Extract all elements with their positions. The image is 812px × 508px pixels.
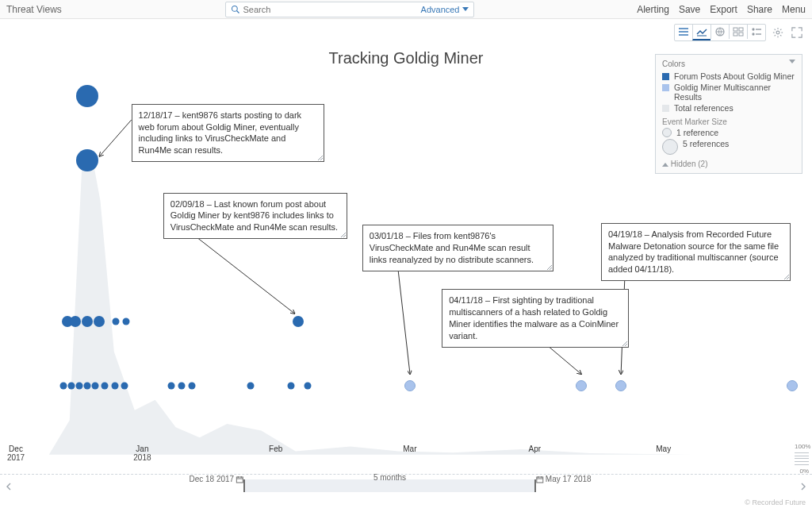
search-input[interactable] (240, 5, 421, 14)
svg-rect-43 (537, 477, 543, 483)
view-details[interactable] (747, 25, 765, 39)
resize-icon[interactable] (339, 231, 346, 237)
search-box[interactable]: Advanced (225, 2, 474, 17)
svg-rect-7 (733, 28, 737, 31)
view-table[interactable] (729, 25, 747, 39)
chart-x-axis: Dec2017Jan2018FebMarAprMay (16, 444, 796, 467)
search-wrap: Advanced (62, 2, 637, 17)
svg-point-11 (753, 29, 754, 30)
svg-point-15 (776, 31, 779, 34)
svg-line-31 (341, 233, 346, 237)
view-list[interactable] (675, 25, 692, 39)
page-title: Threat Views (6, 4, 62, 15)
svg-line-37 (784, 275, 789, 279)
resize-icon[interactable] (783, 273, 789, 279)
brush-end-handle[interactable]: May 17 2018 (536, 475, 592, 483)
top-bar: Threat Views Advanced Alerting Save Expo… (0, 0, 812, 19)
calendar-icon (536, 475, 544, 483)
svg-line-33 (547, 265, 552, 270)
chart-callouts: 12/18/17 – kent9876 starts posting to da… (8, 64, 804, 467)
svg-line-38 (787, 277, 789, 279)
pct-bottom: 0% (795, 468, 809, 475)
gear-icon[interactable] (771, 25, 785, 40)
footer-copyright: © Recorded Future (745, 498, 806, 506)
action-export[interactable]: Export (710, 4, 737, 15)
resize-icon[interactable] (621, 340, 627, 346)
svg-rect-9 (733, 33, 737, 36)
brush-start-label: Dec 18 2017 (189, 475, 234, 483)
view-timeline[interactable] (692, 25, 710, 40)
action-alerting[interactable]: Alerting (637, 4, 669, 15)
chart-callout[interactable]: 04/11/18 – First sighting by traditional… (442, 289, 629, 347)
search-advanced-label: Advanced (421, 5, 460, 14)
svg-line-34 (550, 267, 552, 270)
brush-end-label: May 17 2018 (546, 475, 592, 483)
y-percent-scale: 100% 0% (795, 443, 809, 475)
action-share[interactable]: Share (747, 4, 772, 15)
chart-callout[interactable]: 12/18/17 – kent9876 starts posting to da… (132, 104, 324, 162)
pct-top: 100% (795, 443, 809, 450)
svg-rect-39 (236, 477, 243, 483)
svg-line-32 (343, 235, 346, 237)
svg-line-23 (780, 29, 781, 30)
calendar-icon (236, 475, 243, 483)
svg-line-36 (625, 344, 627, 346)
action-save[interactable]: Save (679, 4, 700, 15)
x-tick: May (656, 444, 671, 453)
svg-line-35 (622, 341, 627, 346)
x-tick: Apr (529, 444, 542, 453)
svg-rect-8 (739, 28, 743, 31)
brush-duration: 5 months (373, 473, 406, 482)
action-menu[interactable]: Menu (782, 4, 806, 15)
chart-canvas[interactable]: 12/18/17 – kent9876 starts posting to da… (0, 64, 812, 467)
resize-icon[interactable] (316, 154, 323, 160)
top-actions: Alerting Save Export Share Menu (637, 4, 806, 15)
svg-rect-10 (739, 33, 743, 36)
svg-point-13 (753, 33, 754, 35)
brush-start-handle[interactable]: Dec 18 2017 (189, 475, 243, 483)
svg-line-22 (775, 35, 776, 36)
view-toolbar (0, 19, 812, 44)
search-icon (231, 5, 240, 14)
chart-callout[interactable]: 02/09/18 – Last known forum post about G… (163, 193, 347, 240)
expand-icon[interactable] (790, 25, 804, 40)
svg-line-20 (775, 29, 776, 30)
resize-icon[interactable] (546, 264, 552, 270)
x-tick: Mar (403, 444, 416, 453)
svg-line-21 (780, 35, 781, 36)
view-map[interactable] (710, 25, 729, 39)
svg-line-30 (320, 158, 323, 160)
chart-callout[interactable]: 03/01/18 – Files from kent9876's VirusCh… (362, 225, 553, 271)
scroll-left-icon[interactable] (3, 481, 14, 492)
svg-line-29 (318, 156, 323, 160)
time-scrubber[interactable]: Dec 18 2017 5 months May 17 2018 100% 0% (0, 474, 812, 497)
view-mode-group (674, 24, 766, 41)
chevron-down-icon (462, 7, 469, 11)
svg-point-0 (232, 6, 237, 11)
chart-callout[interactable]: 04/19/18 – Analysis from Recorded Future… (601, 223, 791, 281)
search-advanced-toggle[interactable]: Advanced (421, 5, 469, 14)
time-brush[interactable]: Dec 18 2017 5 months May 17 2018 (243, 479, 536, 492)
scroll-right-icon[interactable] (798, 481, 809, 492)
svg-line-1 (236, 10, 239, 13)
x-tick: Dec2017 (7, 444, 25, 462)
x-tick: Jan2018 (133, 444, 151, 462)
x-tick: Feb (269, 444, 282, 453)
